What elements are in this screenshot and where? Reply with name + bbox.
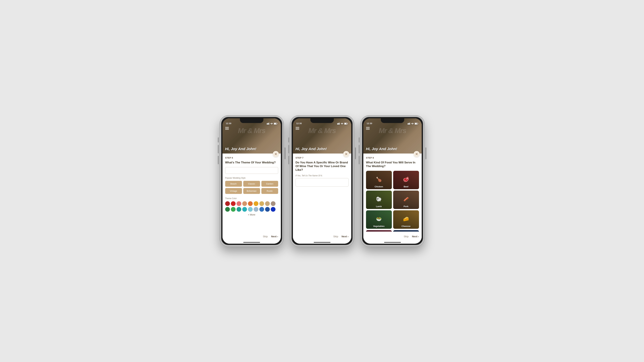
color-dot-2[interactable] (236, 201, 241, 206)
hero-area: Mr & Mrs 12:30 (363, 118, 422, 153)
food-icon: 🍗 (376, 177, 382, 182)
theme-input[interactable] (225, 167, 278, 174)
food-label: Lamb (366, 205, 392, 208)
hero-decoration: Mr & Mrs (308, 127, 336, 135)
svg-rect-27 (408, 123, 409, 125)
close-button[interactable] (414, 151, 420, 157)
color-dot-17[interactable] (271, 207, 276, 212)
status-time: 12:30 (296, 122, 302, 125)
popular-styles-label: Popular Wedding Style (225, 177, 278, 179)
menu-icon[interactable] (225, 127, 229, 130)
hero-decoration: Mr & Mrs (379, 127, 406, 135)
color-dot-8[interactable] (271, 201, 276, 206)
volume-up-button[interactable] (359, 145, 360, 153)
svg-rect-34 (366, 127, 370, 128)
mute-button[interactable] (218, 137, 219, 142)
food-icon: 🥩 (403, 177, 409, 182)
svg-rect-33 (418, 123, 418, 124)
svg-rect-2 (268, 123, 268, 125)
color-dot-11[interactable] (236, 207, 241, 212)
mute-button[interactable] (288, 137, 289, 142)
style-bohemian[interactable]: Bohemian (243, 188, 260, 194)
food-item-pork[interactable]: 🥓 Pork (393, 191, 419, 209)
wine-input[interactable] (296, 178, 348, 187)
greeting-text: Hi, Joy And John! (366, 147, 397, 151)
next-button[interactable]: Next › (271, 235, 278, 238)
mute-button[interactable] (359, 137, 360, 142)
power-button[interactable] (425, 147, 426, 159)
food-item-cheesse[interactable]: 🧀 Cheesse (393, 210, 419, 229)
close-button[interactable] (273, 151, 279, 157)
svg-rect-21 (296, 127, 299, 128)
volume-down-button[interactable] (218, 156, 219, 164)
color-dot-4[interactable] (248, 201, 253, 206)
color-dot-10[interactable] (231, 207, 236, 212)
power-button[interactable] (355, 147, 356, 159)
style-classic[interactable]: Classic (243, 181, 260, 187)
sub-label: If Yes, Tell Us The Name Of It. (296, 174, 348, 177)
volume-up-button[interactable] (288, 145, 289, 153)
style-rustic[interactable]: Rustic (262, 188, 278, 194)
food-item-vegetables[interactable]: 🥗 Vegetables (366, 210, 392, 229)
content-area: STEP 7 Do You Have A Specific Wine Or Br… (293, 153, 351, 244)
skip-button[interactable]: Skip (333, 235, 338, 238)
notch (240, 118, 264, 123)
volume-up-button[interactable] (218, 145, 219, 153)
svg-rect-32 (415, 123, 417, 124)
svg-rect-0 (267, 123, 267, 125)
color-dot-9[interactable] (225, 207, 230, 212)
color-grid (225, 201, 278, 212)
food-item-lamb[interactable]: 🐑 Lamb (366, 191, 392, 209)
color-dot-15[interactable] (260, 207, 264, 212)
color-dot-0[interactable] (225, 201, 230, 206)
color-dot-5[interactable] (254, 201, 258, 206)
phone-screen: Mr & Mrs 12:30 (222, 118, 281, 244)
food-item-beef[interactable]: 🥩 Beef (393, 171, 419, 189)
color-dot-16[interactable] (265, 207, 270, 212)
more-button[interactable]: + More (225, 213, 278, 216)
svg-rect-15 (338, 123, 339, 125)
skip-button[interactable]: Skip (263, 235, 268, 238)
color-dot-12[interactable] (242, 207, 247, 212)
volume-down-button[interactable] (288, 156, 289, 164)
color-dot-7[interactable] (265, 201, 270, 206)
color-dot-1[interactable] (231, 201, 236, 206)
greeting: Hi, Joy And John! (296, 147, 348, 151)
color-dot-3[interactable] (242, 201, 247, 206)
status-time: 12:30 (226, 122, 232, 125)
greeting-text: Hi, Joy And John! (296, 147, 327, 151)
food-label: Beef (393, 185, 419, 188)
color-dot-13[interactable] (248, 207, 253, 212)
greeting: Hi, Joy And John! (225, 147, 278, 151)
menu-icon[interactable] (366, 127, 370, 130)
svg-rect-29 (410, 123, 410, 125)
next-button[interactable]: Next › (412, 235, 419, 238)
svg-point-4 (271, 124, 272, 124)
style-vintage[interactable]: Vintage (225, 188, 242, 194)
svg-rect-13 (337, 123, 338, 125)
color-dot-14[interactable] (254, 207, 258, 212)
svg-rect-26 (408, 123, 408, 125)
hero-area: Mr & Mrs 12:30 (293, 118, 351, 153)
svg-rect-1 (268, 123, 268, 125)
power-button[interactable] (284, 147, 286, 159)
menu-icon[interactable] (296, 127, 299, 130)
food-item-chicken[interactable]: 🍗 Chicken (366, 171, 392, 189)
skip-button[interactable]: Skip (404, 235, 408, 238)
phone-screen: Mr & Mrs 12:30 (363, 118, 422, 244)
next-button[interactable]: Next › (342, 235, 348, 238)
style-garden[interactable]: Garden (262, 181, 278, 187)
svg-rect-8 (225, 127, 229, 128)
food-icon: 🥓 (403, 196, 409, 202)
notch (381, 118, 404, 123)
content-area: STEP 6 What's The Theme Of Your Wedding?… (222, 153, 281, 244)
style-beach[interactable]: Beach (225, 181, 242, 187)
close-button[interactable] (343, 151, 349, 157)
color-dot-6[interactable] (260, 201, 264, 206)
step-label: STEP 7 (296, 157, 348, 159)
step-label: STEP 6 (225, 157, 278, 159)
svg-rect-20 (348, 123, 348, 124)
food-label: Cheesse (393, 225, 419, 227)
content-area: STEP 8 What Kind Of Food You Will Serve … (363, 153, 422, 244)
volume-down-button[interactable] (359, 156, 360, 164)
